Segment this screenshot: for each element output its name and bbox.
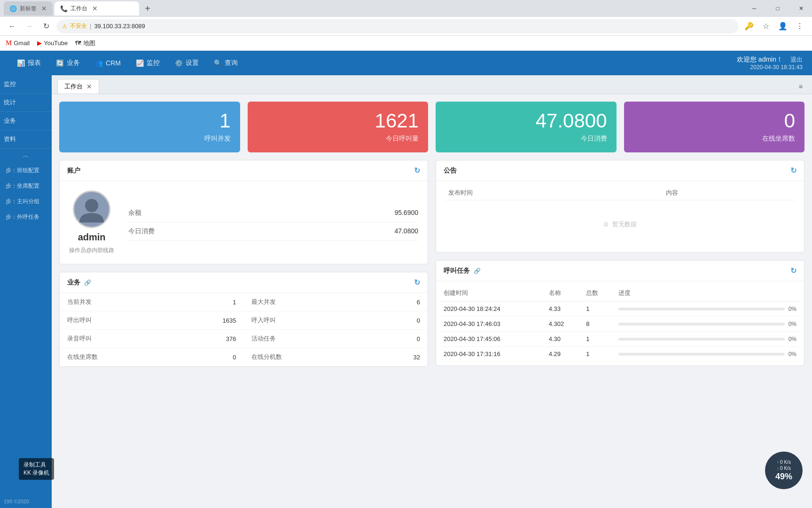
profile-icon[interactable]: 👤: [776, 20, 789, 33]
nav-item-settings[interactable]: ⚙️ 设置: [167, 51, 206, 75]
maximize-button[interactable]: □: [767, 0, 789, 17]
tab-label-inactive: 新标签: [20, 5, 37, 13]
task-time: 2020-04-30 17:31:16: [440, 347, 545, 362]
sidebar-item-monitor[interactable]: 监控: [0, 75, 52, 94]
stat-card-cost: 47.0800 今日消费: [436, 102, 617, 152]
stat-number-cost: 47.0800: [536, 111, 607, 131]
tab-close-btn[interactable]: ✕: [86, 83, 92, 90]
browser-tab-inactive[interactable]: 🌐 新标签 ✕: [4, 1, 53, 16]
tab-close-active[interactable]: ✕: [92, 5, 98, 12]
address-text[interactable]: 39.100.33.23:8089: [94, 23, 145, 30]
call-tasks-link-icon[interactable]: 🔗: [474, 268, 481, 274]
tab-favicon-active: 📞: [60, 5, 68, 12]
stat-card-calls: 1621 今日呼叫量: [248, 102, 429, 152]
biz-recorded-value: 376: [226, 335, 236, 342]
speed-percent: 49%: [775, 472, 792, 482]
biz-inbound-value: 0: [417, 317, 420, 324]
key-icon[interactable]: 🔑: [742, 20, 756, 33]
new-tab-button[interactable]: +: [141, 2, 154, 15]
svg-point-0: [85, 199, 98, 212]
account-refresh-icon[interactable]: ↻: [414, 166, 420, 175]
crm-label: CRM: [106, 59, 121, 67]
call-tasks-panel: 呼叫任务 🔗 ↻ 创建时间 名称: [436, 260, 804, 366]
business-link-icon[interactable]: 🔗: [84, 279, 91, 286]
sidebar: 监控 统计 业务 资料 ︿ 步：班组配置 步：坐席配置 步：主叫分组 步：外呼任…: [0, 75, 52, 508]
report-icon: 📊: [17, 59, 25, 67]
task-name: 4.302: [545, 317, 582, 332]
sidebar-subitem-caller-group[interactable]: 步：主叫分组: [0, 194, 52, 209]
chevron-up-icon: ︿: [23, 151, 29, 160]
table-row: 2020-04-30 17:46:03 4.302 8 0%: [440, 317, 800, 332]
sidebar-subitem-group[interactable]: 步：班组配置: [0, 163, 52, 178]
biz-inbound-label: 呼入呼叫: [251, 316, 276, 325]
upload-icon: ↑: [777, 460, 779, 465]
call-tasks-title: 呼叫任务 🔗: [444, 267, 481, 275]
reload-button[interactable]: ↻: [39, 20, 53, 33]
biz-online-agents-value: 0: [233, 354, 236, 361]
tab-menu-btn[interactable]: ≡: [795, 81, 806, 92]
business-nav-icon: 🔄: [56, 59, 64, 67]
business-nav-label: 业务: [67, 59, 80, 67]
query-label: 查询: [225, 59, 238, 67]
tab-favicon: 🌐: [9, 5, 17, 12]
sidebar-subitem-seat[interactable]: 步：坐席配置: [0, 178, 52, 194]
security-warning-icon: ⚠: [62, 23, 67, 30]
star-icon[interactable]: ☆: [759, 20, 773, 33]
today-cost-value: 47.0800: [394, 227, 418, 236]
logout-button[interactable]: 退出: [790, 56, 803, 64]
bookmark-youtube[interactable]: ▶ YouTube: [37, 40, 68, 47]
biz-outbound-label: 呼出呼叫: [67, 316, 92, 325]
biz-max-concurrent-label: 最大并发: [251, 298, 276, 306]
stat-number-calls: 1621: [375, 111, 419, 131]
stat-label-online: 在线坐席数: [762, 135, 795, 143]
today-cost-label: 今日消费: [128, 227, 155, 236]
sidebar-subitem-outbound[interactable]: 步：外呼任务: [0, 209, 52, 225]
tabs-bar: 工作台 ✕ ≡: [52, 75, 812, 94]
bookmark-maps[interactable]: 🗺 地图: [75, 39, 95, 48]
nav-item-report[interactable]: 📊 报表: [9, 51, 48, 75]
recording-watermark: 录制工具 KK 录像机: [19, 458, 54, 480]
download-icon: ↓: [777, 466, 779, 471]
sidebar-item-biz[interactable]: 业务: [0, 112, 52, 130]
nav-item-query[interactable]: 🔍 查询: [206, 51, 245, 75]
speed-widget: ↑ 0 K/s ↓ 0 K/s 49%: [765, 452, 803, 489]
forward-button[interactable]: →: [23, 20, 36, 33]
ann-refresh-icon[interactable]: ↻: [790, 166, 796, 175]
business-refresh-icon[interactable]: ↻: [414, 278, 420, 287]
task-col-name: 名称: [545, 285, 582, 302]
biz-max-concurrent-value: 6: [417, 299, 420, 306]
address-separator: |: [90, 23, 91, 30]
nav-item-crm[interactable]: 👥 CRM: [87, 51, 128, 75]
ann-title: 公告: [444, 167, 457, 175]
gmail-icon: M: [6, 40, 12, 47]
nav-item-monitor[interactable]: 📈 监控: [128, 51, 167, 75]
sidebar-item-stats[interactable]: 统计: [0, 94, 52, 112]
task-name: 4.30: [545, 332, 582, 347]
maps-label: 地图: [83, 39, 95, 48]
close-button[interactable]: ✕: [790, 0, 812, 17]
bookmark-gmail[interactable]: M Gmail: [6, 40, 30, 47]
table-row: 2020-04-30 17:45:06 4.30 1 0%: [440, 332, 800, 347]
tab-close-inactive[interactable]: ✕: [41, 5, 47, 12]
call-tasks-refresh-icon[interactable]: ↻: [790, 266, 796, 275]
business-stats: 当前并发 1 最大并发 6 呼出呼叫 1635: [60, 293, 428, 366]
browser-tab-active[interactable]: 📞 工作台 ✕: [55, 1, 139, 16]
minimize-button[interactable]: ─: [743, 0, 765, 17]
stat-label-concurrent: 呼叫并发: [204, 135, 231, 143]
workbench-tab[interactable]: 工作台 ✕: [57, 79, 99, 94]
task-progress: 0%: [615, 302, 800, 317]
biz-active-tasks-value: 0: [417, 335, 420, 342]
stat-label-cost: 今日消费: [581, 135, 607, 143]
sidebar-collapse-btn[interactable]: ︿: [0, 149, 52, 163]
biz-current-concurrent-label: 当前并发: [67, 298, 92, 306]
maps-icon: 🗺: [75, 40, 81, 47]
biz-online-agents-label: 在线坐席数: [67, 353, 98, 361]
sidebar-item-data[interactable]: 资料: [0, 130, 52, 149]
menu-icon[interactable]: ⋮: [793, 20, 806, 33]
watermark-line1: 录制工具: [23, 461, 49, 469]
biz-outbound-value: 1635: [223, 317, 236, 324]
task-col-progress: 进度: [615, 285, 800, 302]
nav-item-business[interactable]: 🔄 业务: [48, 51, 87, 75]
download-speed: ↓ 0 K/s: [777, 466, 791, 471]
back-button[interactable]: ←: [6, 20, 19, 33]
